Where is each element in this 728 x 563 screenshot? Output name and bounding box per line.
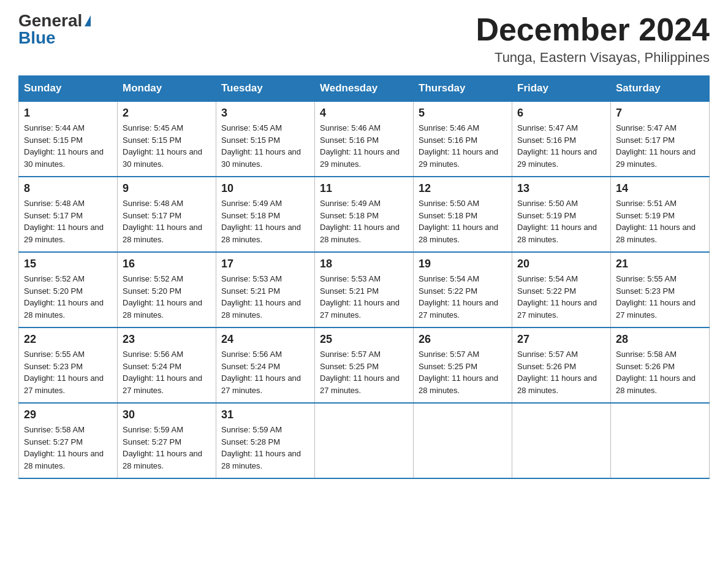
day-number: 11: [320, 182, 408, 195]
day-number: 5: [419, 107, 507, 120]
day-number: 9: [123, 182, 211, 195]
day-info: Sunrise: 5:53 AMSunset: 5:21 PMDaylight:…: [221, 274, 301, 320]
day-info: Sunrise: 5:45 AMSunset: 5:15 PMDaylight:…: [221, 123, 301, 169]
day-info: Sunrise: 5:55 AMSunset: 5:23 PMDaylight:…: [616, 274, 696, 320]
day-number: 24: [221, 333, 309, 346]
calendar-cell: 28Sunrise: 5:58 AMSunset: 5:26 PMDayligh…: [611, 327, 710, 403]
day-info: Sunrise: 5:57 AMSunset: 5:25 PMDaylight:…: [320, 350, 400, 395]
header-day-sunday: Sunday: [19, 76, 118, 102]
day-number: 10: [221, 182, 309, 195]
calendar-cell: 30Sunrise: 5:59 AMSunset: 5:27 PMDayligh…: [118, 403, 216, 478]
day-number: 25: [320, 333, 408, 346]
day-info: Sunrise: 5:47 AMSunset: 5:17 PMDaylight:…: [616, 123, 696, 169]
day-number: 2: [123, 107, 211, 120]
calendar-cell: 12Sunrise: 5:50 AMSunset: 5:18 PMDayligh…: [414, 177, 512, 252]
calendar-week-row: 22Sunrise: 5:55 AMSunset: 5:23 PMDayligh…: [19, 327, 710, 403]
day-number: 8: [24, 182, 112, 195]
calendar-cell: 18Sunrise: 5:53 AMSunset: 5:21 PMDayligh…: [315, 252, 414, 327]
calendar-cell: 6Sunrise: 5:47 AMSunset: 5:16 PMDaylight…: [512, 101, 611, 177]
day-info: Sunrise: 5:50 AMSunset: 5:19 PMDaylight:…: [517, 199, 597, 244]
day-info: Sunrise: 5:54 AMSunset: 5:22 PMDaylight:…: [517, 274, 597, 320]
day-number: 23: [123, 333, 211, 346]
calendar-cell: 15Sunrise: 5:52 AMSunset: 5:20 PMDayligh…: [19, 252, 118, 327]
calendar-cell: 11Sunrise: 5:49 AMSunset: 5:18 PMDayligh…: [315, 177, 414, 252]
calendar-table: SundayMondayTuesdayWednesdayThursdayFrid…: [18, 75, 710, 479]
calendar-cell: 4Sunrise: 5:46 AMSunset: 5:16 PMDaylight…: [315, 101, 414, 177]
calendar-cell: [611, 403, 710, 478]
logo-general-text: General: [18, 12, 82, 29]
day-info: Sunrise: 5:58 AMSunset: 5:26 PMDaylight:…: [616, 350, 696, 395]
page-header: General Blue December 2024 Tunga, Easter…: [18, 12, 710, 66]
header-day-thursday: Thursday: [414, 76, 512, 102]
day-info: Sunrise: 5:55 AMSunset: 5:23 PMDaylight:…: [24, 350, 104, 395]
calendar-cell: 3Sunrise: 5:45 AMSunset: 5:15 PMDaylight…: [216, 101, 315, 177]
day-number: 18: [320, 258, 408, 270]
calendar-cell: [315, 403, 414, 478]
day-info: Sunrise: 5:56 AMSunset: 5:24 PMDaylight:…: [221, 350, 301, 395]
header-day-saturday: Saturday: [611, 76, 710, 102]
day-info: Sunrise: 5:48 AMSunset: 5:17 PMDaylight:…: [123, 199, 202, 244]
day-number: 28: [616, 333, 704, 346]
day-info: Sunrise: 5:52 AMSunset: 5:20 PMDaylight:…: [24, 274, 104, 320]
calendar-cell: 2Sunrise: 5:45 AMSunset: 5:15 PMDaylight…: [118, 101, 216, 177]
day-number: 20: [517, 258, 605, 270]
day-info: Sunrise: 5:50 AMSunset: 5:18 PMDaylight:…: [419, 199, 498, 244]
calendar-week-row: 15Sunrise: 5:52 AMSunset: 5:20 PMDayligh…: [19, 252, 710, 327]
day-info: Sunrise: 5:57 AMSunset: 5:25 PMDaylight:…: [419, 350, 498, 395]
day-info: Sunrise: 5:46 AMSunset: 5:16 PMDaylight:…: [320, 123, 400, 169]
calendar-cell: 31Sunrise: 5:59 AMSunset: 5:28 PMDayligh…: [216, 403, 315, 478]
day-number: 27: [517, 333, 605, 346]
calendar-cell: 22Sunrise: 5:55 AMSunset: 5:23 PMDayligh…: [19, 327, 118, 403]
calendar-cell: 19Sunrise: 5:54 AMSunset: 5:22 PMDayligh…: [414, 252, 512, 327]
day-number: 4: [320, 107, 408, 120]
day-info: Sunrise: 5:47 AMSunset: 5:16 PMDaylight:…: [517, 123, 597, 169]
day-number: 16: [123, 258, 211, 270]
calendar-cell: 7Sunrise: 5:47 AMSunset: 5:17 PMDaylight…: [611, 101, 710, 177]
day-number: 1: [24, 107, 112, 120]
calendar-cell: 10Sunrise: 5:49 AMSunset: 5:18 PMDayligh…: [216, 177, 315, 252]
calendar-week-row: 1Sunrise: 5:44 AMSunset: 5:15 PMDaylight…: [19, 101, 710, 177]
day-info: Sunrise: 5:49 AMSunset: 5:18 PMDaylight:…: [221, 199, 301, 244]
day-number: 12: [419, 182, 507, 195]
day-number: 13: [517, 182, 605, 195]
day-info: Sunrise: 5:57 AMSunset: 5:26 PMDaylight:…: [517, 350, 597, 395]
day-info: Sunrise: 5:45 AMSunset: 5:15 PMDaylight:…: [123, 123, 202, 169]
calendar-cell: 21Sunrise: 5:55 AMSunset: 5:23 PMDayligh…: [611, 252, 710, 327]
calendar-cell: 27Sunrise: 5:57 AMSunset: 5:26 PMDayligh…: [512, 327, 611, 403]
day-info: Sunrise: 5:52 AMSunset: 5:20 PMDaylight:…: [123, 274, 202, 320]
logo-blue-text: Blue: [18, 29, 56, 47]
day-number: 3: [221, 107, 309, 120]
header-day-tuesday: Tuesday: [216, 76, 315, 102]
day-number: 19: [419, 258, 507, 270]
logo-triangle-icon: [85, 15, 91, 26]
calendar-cell: 25Sunrise: 5:57 AMSunset: 5:25 PMDayligh…: [315, 327, 414, 403]
day-number: 22: [24, 333, 112, 346]
calendar-cell: 5Sunrise: 5:46 AMSunset: 5:16 PMDaylight…: [414, 101, 512, 177]
day-number: 21: [616, 258, 704, 270]
calendar-header-row: SundayMondayTuesdayWednesdayThursdayFrid…: [19, 76, 710, 102]
day-info: Sunrise: 5:58 AMSunset: 5:27 PMDaylight:…: [24, 425, 104, 470]
calendar-cell: 16Sunrise: 5:52 AMSunset: 5:20 PMDayligh…: [118, 252, 216, 327]
day-number: 17: [221, 258, 309, 270]
calendar-cell: 26Sunrise: 5:57 AMSunset: 5:25 PMDayligh…: [414, 327, 512, 403]
month-title: December 2024: [476, 12, 710, 47]
day-info: Sunrise: 5:59 AMSunset: 5:27 PMDaylight:…: [123, 425, 202, 470]
title-section: December 2024 Tunga, Eastern Visayas, Ph…: [476, 12, 710, 66]
day-info: Sunrise: 5:49 AMSunset: 5:18 PMDaylight:…: [320, 199, 400, 244]
day-number: 6: [517, 107, 605, 120]
logo: General Blue: [18, 12, 91, 47]
day-info: Sunrise: 5:44 AMSunset: 5:15 PMDaylight:…: [24, 123, 104, 169]
header-day-wednesday: Wednesday: [315, 76, 414, 102]
day-number: 26: [419, 333, 507, 346]
day-number: 30: [123, 408, 211, 421]
day-number: 29: [24, 408, 112, 421]
calendar-cell: 14Sunrise: 5:51 AMSunset: 5:19 PMDayligh…: [611, 177, 710, 252]
day-info: Sunrise: 5:59 AMSunset: 5:28 PMDaylight:…: [221, 425, 301, 470]
calendar-cell: 20Sunrise: 5:54 AMSunset: 5:22 PMDayligh…: [512, 252, 611, 327]
calendar-cell: 13Sunrise: 5:50 AMSunset: 5:19 PMDayligh…: [512, 177, 611, 252]
calendar-cell: 29Sunrise: 5:58 AMSunset: 5:27 PMDayligh…: [19, 403, 118, 478]
header-day-friday: Friday: [512, 76, 611, 102]
calendar-cell: [512, 403, 611, 478]
day-number: 15: [24, 258, 112, 270]
calendar-week-row: 29Sunrise: 5:58 AMSunset: 5:27 PMDayligh…: [19, 403, 710, 478]
